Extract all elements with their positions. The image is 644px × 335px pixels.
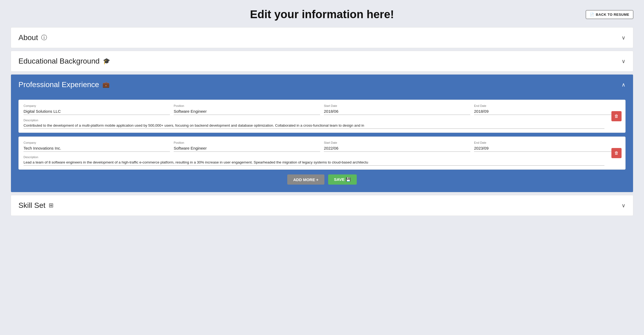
entry-2-delete-button[interactable]: 🗑 [611, 148, 622, 158]
graduation-icon: 🎓 [103, 58, 110, 65]
entry-1-fields-row: Company Position Start Date End Date [24, 104, 620, 115]
document-icon: 📄 [590, 13, 594, 17]
about-section-title: About ⓘ [18, 33, 47, 42]
page-header: Edit your information here! 📄 BACK TO RE… [11, 8, 633, 21]
skill-set-section: Skill Set ⊞ ∨ [11, 195, 633, 216]
back-to-resume-button[interactable]: 📄 BACK TO RESUME [586, 10, 633, 19]
educational-background-section: Educational Background 🎓 ∨ [11, 51, 633, 72]
save-button[interactable]: SAVE 💾 [328, 174, 357, 185]
page-title: Edit your information here! [250, 8, 394, 21]
entry-2-description-row: Description [24, 155, 604, 166]
educational-background-header[interactable]: Educational Background 🎓 ∨ [11, 51, 633, 71]
professional-experience-label: Professional Experience [18, 80, 99, 89]
experience-actions-row: ADD MORE + SAVE 💾 [18, 174, 626, 185]
back-to-resume-label: BACK TO RESUME [596, 13, 629, 17]
about-section-header[interactable]: About ⓘ ∨ [11, 28, 633, 48]
professional-experience-body: Company Position Start Date End Date Des… [11, 95, 633, 192]
skill-set-chevron-icon: ∨ [622, 202, 626, 209]
entry-2-position-group: Position [174, 141, 320, 152]
entry-2-start-date-group: Start Date [324, 141, 470, 152]
entry-2-end-date-group: End Date [474, 141, 620, 152]
professional-experience-section: Professional Experience 💼 ∧ Company Posi… [11, 74, 633, 192]
skill-set-header[interactable]: Skill Set ⊞ ∨ [11, 195, 633, 216]
entry-2-position-input[interactable] [174, 145, 320, 152]
entry-1-start-date-group: Start Date [324, 104, 470, 115]
entry-2-company-group: Company [24, 141, 170, 152]
entry-2-description-label: Description [24, 155, 604, 159]
about-section: About ⓘ ∨ [11, 27, 633, 48]
entry-1-company-group: Company [24, 104, 170, 115]
entry-1-description-input[interactable] [24, 123, 604, 129]
entry-1-end-date-label: End Date [474, 104, 620, 107]
entry-1-start-date-label: Start Date [324, 104, 470, 107]
entry-1-end-date-group: End Date [474, 104, 620, 115]
skill-set-icon: ⊞ [49, 202, 53, 209]
entry-2-company-input[interactable] [24, 145, 170, 152]
entry-1-company-input[interactable] [24, 108, 170, 115]
info-icon: ⓘ [41, 34, 47, 42]
trash-icon-1: 🗑 [614, 114, 619, 119]
professional-experience-header[interactable]: Professional Experience 💼 ∧ [11, 75, 633, 95]
briefcase-icon: 💼 [102, 81, 110, 88]
add-more-button[interactable]: ADD MORE + [287, 174, 324, 185]
entry-2-position-label: Position [174, 141, 320, 144]
professional-experience-title: Professional Experience 💼 [18, 80, 110, 89]
entry-1-description-row: Description [24, 119, 604, 129]
entry-1-position-group: Position [174, 104, 320, 115]
entry-1-position-label: Position [174, 104, 320, 107]
professional-experience-chevron-icon: ∧ [622, 81, 626, 88]
educational-background-label: Educational Background [18, 57, 100, 65]
entry-2-start-date-input[interactable] [324, 145, 470, 152]
experience-entry-2: Company Position Start Date End Date Des… [18, 137, 626, 170]
skill-set-label: Skill Set [18, 201, 45, 210]
entry-1-end-date-input[interactable] [474, 108, 620, 115]
entry-1-delete-button[interactable]: 🗑 [611, 111, 622, 121]
add-more-label: ADD MORE + [293, 177, 319, 182]
entry-1-company-label: Company [24, 104, 170, 107]
about-label: About [18, 33, 38, 42]
educational-background-chevron-icon: ∨ [622, 58, 626, 64]
entry-1-start-date-input[interactable] [324, 108, 470, 115]
skill-set-title: Skill Set ⊞ [18, 201, 53, 210]
experience-entry-1: Company Position Start Date End Date Des… [18, 100, 626, 133]
entry-1-position-input[interactable] [174, 108, 320, 115]
about-chevron-icon: ∨ [622, 34, 626, 41]
save-label: SAVE 💾 [334, 177, 351, 182]
entry-2-start-date-label: Start Date [324, 141, 470, 144]
entry-2-fields-row: Company Position Start Date End Date [24, 141, 620, 152]
entry-1-description-label: Description [24, 119, 604, 122]
entry-2-description-input[interactable] [24, 160, 604, 166]
trash-icon-2: 🗑 [614, 151, 619, 155]
educational-background-title: Educational Background 🎓 [18, 57, 110, 65]
entry-2-end-date-label: End Date [474, 141, 620, 144]
entry-2-company-label: Company [24, 141, 170, 144]
entry-2-end-date-input[interactable] [474, 145, 620, 152]
